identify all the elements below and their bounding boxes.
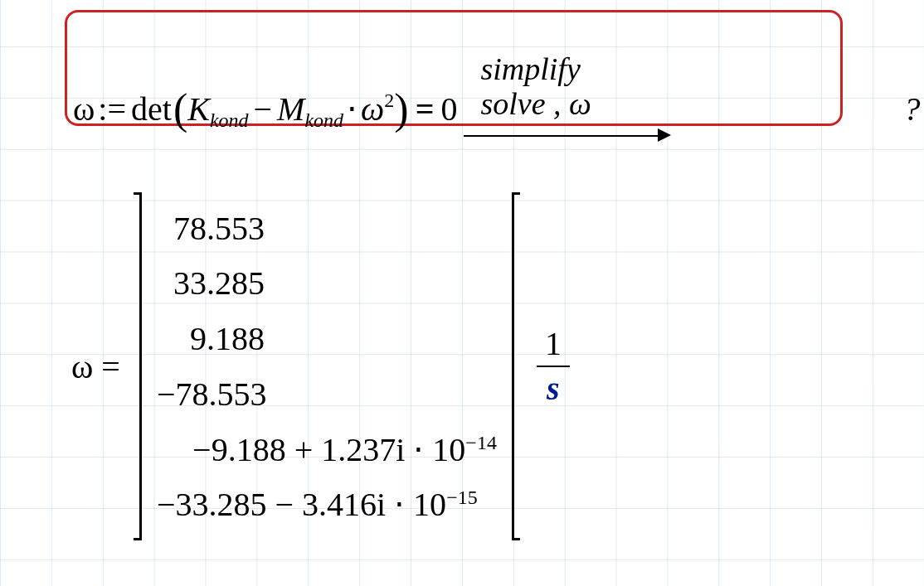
right-bracket [512,192,520,540]
arrow-line [464,135,663,137]
open-paren: ( [173,85,187,133]
matrix-row-5: −9.188 + 1.237i ⋅ 10−14 [157,430,497,469]
omega-lhs: ω [73,90,95,128]
M-subscript: kond [304,109,343,132]
fraction-bar [537,366,570,367]
matrix-body: 78.553 33.285 9.188 −78.553 −9.188 + 1.2… [142,192,512,540]
row5-exponent: −14 [465,432,497,453]
matrix-row-6: −33.285 − 3.416i ⋅ 10−15 [157,485,497,524]
result-placeholder: ? [903,90,920,128]
omega-italic: ω [361,90,384,128]
equation-result-vector[interactable]: ω = 78.553 33.285 9.188 −78.553 −9.188 +… [71,192,570,540]
assign-op: := [95,90,129,128]
unit-fraction: 1 s [537,327,570,405]
matrix-row-4: −78.553 [157,375,497,414]
dot-op: ⋅ [343,90,361,128]
omega-power: 2 [384,90,394,112]
K-var: K [187,90,210,128]
M-var: M [277,90,304,128]
equation-solve-definition[interactable]: ω := det ( K kond − M kond ⋅ ω 2 ) = 0 s… [73,81,920,130]
arrow-head-icon [658,128,671,142]
row5-base: −9.188 + 1.237i ⋅ 10 [192,431,465,468]
solve-keyword: solve , ω [480,87,591,122]
equals-op: = [93,347,129,386]
det-label: det [129,90,173,128]
close-paren: ) [394,85,408,133]
omega-result-lhs: ω [71,347,93,386]
minus-op: − [249,90,278,128]
bold-equals: = [409,90,441,128]
math-content: ω := det ( K kond − M kond ⋅ ω 2 ) = 0 s… [0,0,924,586]
arrow-keywords: simplify solve , ω [480,52,591,122]
matrix-row-1: 78.553 [157,209,497,248]
matrix-row-3: 9.188 [157,319,497,358]
matrix-row-2: 33.285 [157,264,497,303]
K-subscript: kond [210,109,249,132]
zero-rhs: 0 [440,90,457,128]
row6-base: −33.285 − 3.416i ⋅ 10 [157,486,446,523]
row6-exponent: −15 [446,487,478,508]
unit-denominator: s [547,372,560,405]
unit-numerator: 1 [545,327,562,361]
simplify-keyword: simplify [480,52,591,87]
left-bracket [134,192,142,540]
result-matrix: 78.553 33.285 9.188 −78.553 −9.188 + 1.2… [134,192,520,540]
